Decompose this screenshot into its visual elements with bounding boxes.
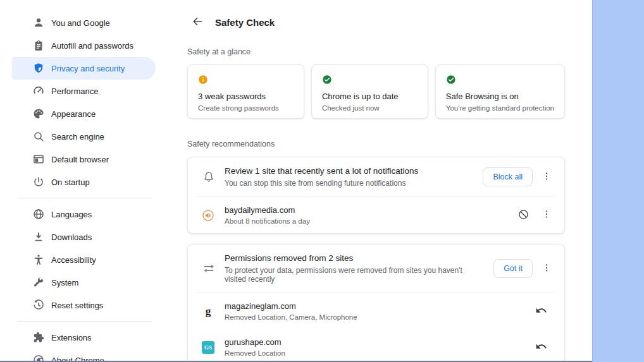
gs-favicon: GS [202,341,214,354]
site-domain: baydailymedia.com [225,205,514,215]
glance-card-title: Chrome is up to date [322,92,418,101]
bell-icon [202,170,216,184]
sidebar-item-autofill[interactable]: Autofill and passwords [12,34,156,57]
sidebar-item-default-browser[interactable]: Default browser [12,148,156,171]
power-icon [32,176,45,188]
sidebar-divider [18,198,152,198]
permission-site-row: GS gurushape.com Removed Location [188,329,564,362]
accessibility-icon [32,253,45,266]
page-header: Safety Check [190,0,565,30]
browser-window-icon [32,153,45,166]
glance-card-updates[interactable]: Chrome is up to date Checked just now [311,64,428,119]
notifications-card-text: Review 1 site that recently sent a lot o… [225,166,474,188]
warning-info-icon [198,75,208,85]
site-detail: Removed Location, Camera, Microphone [225,313,531,321]
notifications-card-title: Review 1 site that recently sent a lot o… [225,166,474,176]
undo-icon [535,305,547,318]
glance-card-subtitle: Checked just now [322,104,418,112]
sidebar-item-downloads[interactable]: Downloads [12,226,156,248]
sidebar-item-languages[interactable]: Languages [12,203,156,226]
wrench-icon [32,276,45,289]
glance-card-passwords[interactable]: 3 weak passwords Create strong passwords [187,64,304,119]
undo-icon [535,341,547,354]
sidebar-item-performance[interactable]: Performance [12,80,156,102]
permission-site-row: g magazineglam.com Removed Location, Cam… [188,293,564,329]
palette-icon [32,107,45,120]
speaker-favicon-icon [202,209,214,222]
notifications-card-subtitle: You can stop this site from sending futu… [225,179,474,188]
history-icon [32,299,45,311]
glance-heading: Safety at a glance [187,47,565,56]
sidebar-item-on-startup[interactable]: On startup [12,171,156,193]
sidebar-item-label: Search engine [51,132,104,142]
sidebar-item-label: Accessibility [51,255,96,265]
settings-sidebar: You and Google Autofill and passwords Pr… [0,0,171,362]
check-circle-icon [322,75,332,85]
sidebar-item-accessibility[interactable]: Accessibility [12,248,156,271]
puzzle-icon [32,331,45,344]
sidebar-item-label: On startup [51,178,90,187]
kebab-icon [542,263,552,275]
speedometer-icon [32,85,45,97]
letter-g-favicon: g [202,305,214,318]
sidebar-item-label: Downloads [51,232,92,242]
more-options-button[interactable] [538,207,555,224]
got-it-button[interactable]: Got it [493,259,533,278]
glance-card-subtitle: Create strong passwords [198,104,294,112]
notifications-card-header: Review 1 site that recently sent a lot o… [188,157,564,196]
kebab-icon [542,209,552,221]
sidebar-item-label: You and Google [51,18,110,28]
back-arrow-icon [191,15,204,30]
sidebar-item-label: Performance [51,87,98,96]
desktop-background-stripe [592,0,644,362]
sidebar-item-system[interactable]: System [12,271,156,294]
more-options-button[interactable] [538,168,555,186]
site-text: gurushape.com Removed Location [225,337,531,357]
favicon-letter: g [206,305,211,318]
sidebar-item-appearance[interactable]: Appearance [12,102,156,125]
autofill-icon [32,39,45,52]
glance-cards-row: 3 weak passwords Create strong passwords… [187,64,565,119]
page-title: Safety Check [215,17,275,28]
shield-icon [32,62,45,75]
sidebar-item-about-chrome[interactable]: About Chrome [12,349,156,362]
sidebar-item-label: System [51,278,78,287]
block-site-button[interactable] [514,206,533,225]
search-icon [32,130,45,143]
download-icon [32,231,45,243]
site-detail: Removed Location [225,349,531,357]
sidebar-divider [18,321,152,322]
sidebar-item-label: Appearance [51,109,96,119]
sidebar-item-search-engine[interactable]: Search engine [12,125,156,148]
check-circle-icon [446,75,456,85]
block-all-button[interactable]: Block all [483,167,533,186]
sidebar-item-extensions[interactable]: Extensions [12,326,156,349]
globe-icon [32,208,45,220]
sidebar-item-label: Reset settings [51,301,103,310]
safety-check-page: Safety Check Safety at a glance 3 weak p… [187,0,565,362]
undo-removal-button[interactable] [531,338,550,357]
sidebar-item-label: Languages [51,210,92,219]
notifications-review-card: Review 1 site that recently sent a lot o… [187,157,565,234]
glance-card-title: 3 weak passwords [198,92,294,101]
more-options-button[interactable] [538,260,555,277]
person-icon [32,16,45,29]
permissions-removed-card: Permissions removed from 2 sites To prot… [187,244,565,362]
sidebar-item-you-and-google[interactable]: You and Google [12,11,156,34]
sidebar-item-label: Extensions [51,333,92,342]
permissions-card-subtitle: To protect your data, permissions were r… [225,266,485,284]
glance-card-subtitle: You're getting standard protection [446,104,554,112]
sidebar-item-privacy-and-security[interactable]: Privacy and security [12,57,156,80]
glance-card-title: Safe Browsing is on [446,92,554,101]
permissions-card-title: Permissions removed from 2 sites [225,253,485,263]
favicon-badge: GS [202,341,214,354]
site-domain: magazineglam.com [225,301,531,311]
undo-removal-button[interactable] [531,302,550,321]
site-text: baydailymedia.com About 8 notifications … [225,205,514,225]
glance-card-safe-browsing[interactable]: Safe Browsing is on You're getting stand… [435,64,565,119]
sidebar-item-label: Autofill and passwords [51,41,133,51]
sidebar-item-reset-settings[interactable]: Reset settings [12,294,156,317]
block-icon [517,208,529,222]
back-button[interactable] [190,15,205,30]
tune-icon [202,262,216,275]
